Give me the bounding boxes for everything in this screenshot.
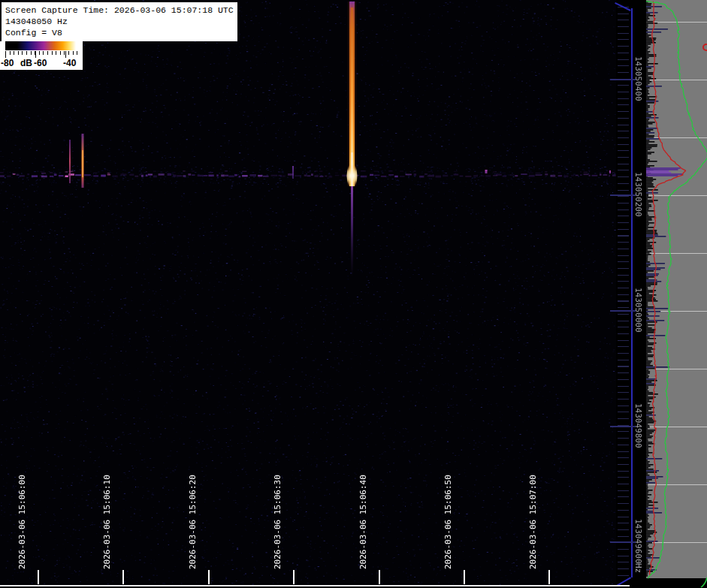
frequency-label: 143050400 (633, 56, 643, 101)
time-tick (38, 570, 39, 584)
colormap-gradient-bar (5, 41, 80, 50)
spectrum-panel-canvas (646, 0, 707, 588)
frequency-major-tick (610, 310, 636, 312)
legend-tick-80 (5, 51, 6, 58)
capture-time-text: Screen Capture Time: 2026-03-06 15:07:18… (5, 5, 234, 15)
legend-label-40: -40 (63, 58, 76, 68)
time-tick (379, 570, 380, 584)
frequency-axis-line (631, 8, 633, 577)
frequency-label: 143050200 (633, 172, 643, 217)
frequency-minor-ticks (618, 7, 629, 577)
config-text: Config = V8 (5, 28, 62, 38)
frequency-label: 143049600 (633, 519, 643, 564)
legend-minor-ticks (5, 51, 80, 55)
frequency-label: 143049800 (633, 403, 643, 448)
time-tick (293, 570, 295, 584)
legend-tick-40 (65, 51, 66, 58)
center-frequency-text: 143048050 Hz (5, 17, 68, 26)
frequency-unit-label: Hz (633, 563, 643, 573)
legend-label-db: dB (20, 58, 32, 68)
legend-label-80: -80 (1, 58, 14, 68)
frequency-label: 143050000 (633, 288, 643, 333)
legend-tick-60 (35, 51, 36, 58)
waterfall-spectrogram-canvas (0, 0, 616, 588)
time-tick (464, 570, 465, 584)
db-color-legend: -80 dB -60 -40 (0, 41, 83, 70)
time-label: 2026-03-06 15:06:20 (188, 475, 198, 569)
time-label: 2026-03-06 15:07:00 (528, 475, 538, 569)
frequency-major-tick (610, 541, 636, 543)
time-tick (548, 570, 550, 584)
time-label: 2026-03-06 15:06:40 (358, 475, 368, 569)
frequency-major-tick (610, 194, 636, 196)
frequency-major-tick (610, 79, 636, 80)
time-label: 2026-03-06 15:06:50 (443, 475, 453, 569)
frequency-major-tick (610, 426, 636, 427)
spectrum-lab-capture: Screen Capture Time: 2026-03-06 15:07:18… (0, 0, 707, 588)
waterfall-bottom-border (0, 585, 630, 586)
capture-info-box: Screen Capture Time: 2026-03-06 15:07:18… (2, 2, 237, 41)
time-tick (208, 570, 210, 584)
time-label: 2026-03-06 15:06:00 (17, 475, 27, 569)
time-label: 2026-03-06 15:06:30 (273, 475, 282, 569)
time-tick (122, 570, 124, 584)
time-label: 2026-03-06 15:06:10 (102, 475, 112, 569)
legend-label-60: -60 (34, 58, 47, 68)
